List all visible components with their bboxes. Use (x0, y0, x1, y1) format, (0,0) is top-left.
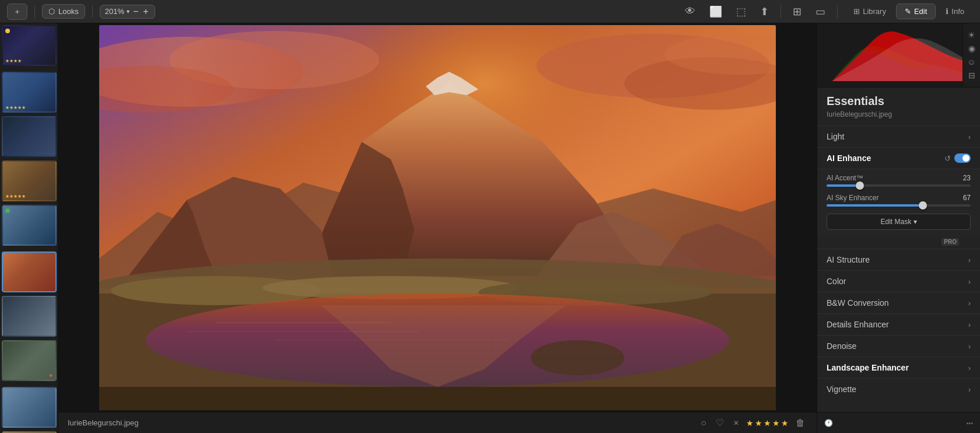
ai-sky-label: AI Sky Enhancer (827, 194, 878, 202)
chevron-right-icon8: › (968, 385, 971, 394)
star-1[interactable]: ★ (746, 418, 754, 428)
panel-bottom-bar: 🕐 ••• (817, 412, 980, 433)
stars: ★★★★ (5, 58, 22, 64)
filmstrip-item-3[interactable] (2, 116, 57, 157)
circle-icon[interactable]: ○ (698, 417, 709, 429)
photo-display (99, 25, 776, 410)
ai-sky-thumb[interactable] (919, 201, 927, 209)
filmstrip-item-1[interactable]: ★★★★ (2, 25, 57, 66)
library-label: Library (863, 7, 886, 16)
filmstrip-item-7[interactable] (2, 296, 57, 337)
panel-title: Essentials (817, 88, 980, 110)
crop-button[interactable]: ⬚ (732, 3, 751, 20)
separator2 (92, 5, 93, 18)
filmstrip-item-5[interactable] (2, 205, 57, 246)
main-area: ★★★★ ★★★★★ ★★★★★ ♥ ★★★★★ ♥ (0, 23, 980, 433)
more-icon[interactable]: ••• (966, 420, 973, 427)
zoom-out-button[interactable]: − (132, 7, 139, 16)
split-view-button[interactable]: ⬜ (705, 3, 727, 20)
filmstrip-item-9[interactable] (2, 387, 57, 428)
section-landscape[interactable]: Landscape Enhancer › (817, 357, 980, 378)
histogram-area: ☀ ◉ ☺ ⊟ (817, 23, 980, 88)
undo-icon[interactable]: ↺ (944, 154, 951, 163)
view-toggle-button[interactable]: 👁 (680, 3, 700, 20)
section-details-label: Details Enhancer (827, 320, 889, 329)
chevron-right-icon5: › (968, 320, 971, 329)
chevron-right-icon6: › (968, 342, 971, 351)
star-5[interactable]: ★ (781, 418, 789, 428)
edit-tab[interactable]: ✎ Edit (896, 4, 936, 19)
info-label: Info (951, 7, 964, 16)
zoom-in-button[interactable]: + (142, 7, 149, 16)
section-color[interactable]: Color › (817, 270, 980, 292)
looks-label: Looks (58, 7, 79, 16)
export-button[interactable]: ⬆ (755, 3, 774, 20)
filmstrip-item-6-selected[interactable] (2, 252, 57, 292)
section-denoise-label: Denoise (827, 341, 856, 351)
bottom-bar: IurieBelegurschi.jpeg ○ ♡ ✕ ★ ★ ★ ★ ★ 🗑 (58, 412, 817, 433)
ai-accent-fill (827, 184, 860, 187)
section-bw-label: B&W Conversion (827, 298, 889, 308)
filmstrip-item-2[interactable]: ★★★★★ (2, 72, 57, 113)
separator3 (780, 5, 781, 18)
photo-container (58, 23, 817, 412)
section-ai-structure[interactable]: AI Structure › (817, 249, 980, 270)
yellow-dot (5, 29, 10, 33)
bottom-filename: IurieBelegurschi.jpeg (68, 418, 691, 427)
zoom-value: 201% (105, 7, 124, 16)
grid-view-button[interactable]: ⊞ (788, 3, 806, 20)
landscape-photo (99, 25, 776, 410)
library-icon: ⊞ (853, 7, 860, 16)
star-2[interactable]: ★ (755, 418, 762, 428)
zoom-control: 201% ▾ − + (100, 5, 155, 19)
section-ai-enhance[interactable]: AI Enhance ↺ (817, 147, 980, 169)
section-details[interactable]: Details Enhancer › (817, 313, 980, 335)
section-light-label: Light (827, 132, 844, 141)
pro-badge-area: PRO (817, 237, 980, 249)
section-ai-structure-label: AI Structure (827, 255, 870, 264)
circle-adjust-icon[interactable]: ◉ (968, 44, 975, 53)
ai-enhance-toggle[interactable] (954, 153, 971, 163)
edit-label: Edit (914, 7, 927, 16)
panel-content: Essentials IurieBelegurschi.jpeg Light ›… (817, 88, 980, 412)
ai-accent-label: AI Accent™ (827, 174, 863, 182)
chevron-right-icon2: › (968, 256, 971, 264)
looks-button[interactable]: ⬡ Looks (42, 4, 85, 19)
library-tab[interactable]: ⊞ Library (845, 4, 895, 19)
chevron-right-icon4: › (968, 299, 971, 308)
section-vignette-label: Vignette (827, 385, 856, 394)
section-bw[interactable]: B&W Conversion › (817, 292, 980, 313)
section-landscape-label: Landscape Enhancer (827, 363, 909, 372)
main-toolbar: ＋ ⬡ Looks 201% ▾ − + 👁 ⬜ ⬚ ⬆ ⊞ ▭ ⊞ Libra… (0, 0, 980, 23)
stars: ★★★★★ (5, 194, 26, 199)
ai-accent-thumb[interactable] (856, 181, 864, 190)
delete-icon[interactable]: 🗑 (793, 417, 807, 429)
ai-sky-track[interactable] (827, 204, 971, 207)
bottom-actions: ○ ♡ ✕ ★ ★ ★ ★ ★ 🗑 (698, 416, 807, 429)
rating-stars[interactable]: ★ ★ ★ ★ ★ (746, 418, 789, 428)
add-button[interactable]: ＋ (7, 4, 27, 20)
heart-button[interactable]: ♡ (713, 416, 726, 429)
histogram-chart (817, 23, 980, 87)
edit-icon: ✎ (905, 7, 911, 16)
ai-accent-track[interactable] (827, 184, 971, 187)
filmstrip-item-8[interactable]: ♥ (2, 340, 57, 381)
edit-mask-button[interactable]: Edit Mask ▾ (827, 214, 971, 230)
pro-badge: PRO (942, 238, 959, 246)
section-color-label: Color (827, 277, 846, 286)
layers-icon[interactable]: ⊟ (968, 71, 975, 80)
single-view-button[interactable]: ▭ (811, 3, 830, 20)
section-vignette[interactable]: Vignette › (817, 378, 980, 400)
info-tab[interactable]: ℹ Info (937, 4, 973, 19)
star-4[interactable]: ★ (772, 418, 780, 428)
sun-icon[interactable]: ☀ (968, 30, 975, 40)
face-icon[interactable]: ☺ (967, 57, 975, 67)
filmstrip: ★★★★ ★★★★★ ★★★★★ ♥ ★★★★★ ♥ (0, 23, 58, 433)
ai-sky-slider-row: AI Sky Enhancer 67 (827, 194, 971, 207)
section-denoise[interactable]: Denoise › (817, 335, 980, 357)
section-light[interactable]: Light › (817, 125, 980, 147)
star-3[interactable]: ★ (764, 418, 771, 428)
reject-icon[interactable]: ✕ (731, 418, 741, 428)
clock-icon[interactable]: 🕐 (824, 419, 833, 427)
filmstrip-item-4[interactable]: ★★★★★ (2, 160, 57, 201)
